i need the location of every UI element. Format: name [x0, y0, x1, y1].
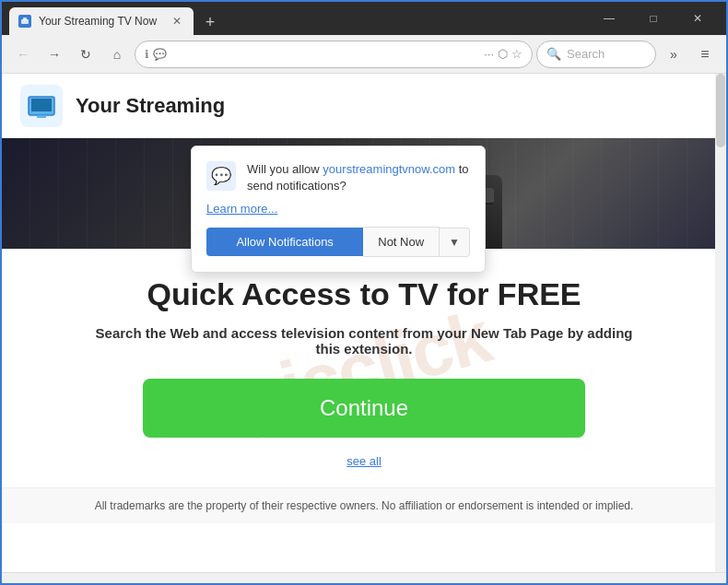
notification-message: Will you allow yourstreamingtvnow.com to…: [247, 161, 470, 194]
svg-rect-5: [37, 115, 46, 118]
title-bar: Your Streaming TV Now ✕ + — □ ✕: [2, 2, 726, 35]
learn-more-link[interactable]: Learn more...: [206, 202, 470, 216]
bottom-scrollbar[interactable]: [2, 572, 726, 583]
disclaimer: All trademarks are the property of their…: [2, 487, 726, 523]
page-content: 💬 Will you allow yourstreamingtvnow.com …: [2, 74, 726, 572]
new-tab-button[interactable]: +: [197, 9, 223, 35]
notification-popup: 💬 Will you allow yourstreamingtvnow.com …: [191, 146, 486, 273]
notification-dropdown-button[interactable]: ▼: [440, 228, 470, 257]
search-icon: 🔍: [546, 47, 561, 61]
navigation-bar: ← → ↻ ⌂ ℹ 💬 ··· ⬡ ☆ 🔍 Search » ≡: [2, 35, 726, 74]
not-now-button[interactable]: Not Now: [363, 227, 440, 257]
back-button[interactable]: ←: [9, 41, 37, 68]
page-header: Your Streaming: [2, 74, 726, 138]
more-dots-icon[interactable]: ···: [484, 47, 494, 61]
forward-button[interactable]: →: [41, 41, 68, 68]
info-icon: ℹ: [145, 48, 149, 61]
scrollbar-track[interactable]: [715, 74, 726, 572]
restore-button[interactable]: □: [632, 5, 675, 32]
refresh-button[interactable]: ↻: [72, 41, 100, 68]
main-content-area: picclick Quick Access to TV for FREE Sea…: [2, 249, 726, 487]
forward-page-button[interactable]: »: [660, 41, 687, 68]
bookmark-icon[interactable]: ☆: [511, 47, 523, 61]
home-button[interactable]: ⌂: [103, 41, 131, 68]
menu-button[interactable]: ≡: [691, 41, 719, 68]
minimize-button[interactable]: —: [588, 5, 630, 32]
continue-button[interactable]: Continue: [143, 379, 585, 438]
tab-title: Your Streaming TV Now: [39, 15, 162, 28]
notification-domain: yourstreamingtvnow.com: [323, 162, 455, 176]
notification-bell-icon: 💬: [206, 161, 236, 191]
logo-text: Your Streaming: [76, 94, 225, 118]
see-all-link[interactable]: see all: [346, 454, 382, 468]
comment-icon: 💬: [153, 48, 167, 61]
tab-area: Your Streaming TV Now ✕ +: [9, 2, 588, 35]
svg-rect-2: [23, 18, 27, 20]
logo-icon: [20, 85, 63, 127]
close-button[interactable]: ✕: [676, 5, 719, 32]
allow-notifications-button[interactable]: Allow Notifications: [206, 228, 363, 256]
main-title: Quick Access to TV for FREE: [20, 276, 708, 312]
tab-close-button[interactable]: ✕: [170, 14, 184, 29]
pocket-icon[interactable]: ⬡: [498, 47, 508, 61]
browser-window: Your Streaming TV Now ✕ + — □ ✕ ← → ↻ ⌂ …: [0, 0, 728, 585]
tab-favicon: [18, 15, 31, 28]
main-subtitle: Search the Web and access television con…: [88, 325, 640, 357]
notification-header: 💬 Will you allow yourstreamingtvnow.com …: [206, 161, 470, 194]
scrollbar-thumb[interactable]: [716, 74, 725, 147]
address-bar[interactable]: ℹ 💬 ··· ⬡ ☆: [135, 41, 533, 68]
svg-rect-4: [31, 99, 52, 111]
notification-buttons: Allow Notifications Not Now ▼: [206, 227, 470, 257]
window-controls: — □ ✕: [588, 5, 719, 32]
address-security-icon: ℹ 💬: [145, 48, 167, 61]
search-box[interactable]: 🔍 Search: [536, 41, 656, 68]
search-placeholder-text: Search: [567, 47, 605, 61]
active-tab[interactable]: Your Streaming TV Now ✕: [9, 7, 194, 35]
address-action-icons: ··· ⬡ ☆: [484, 47, 523, 61]
